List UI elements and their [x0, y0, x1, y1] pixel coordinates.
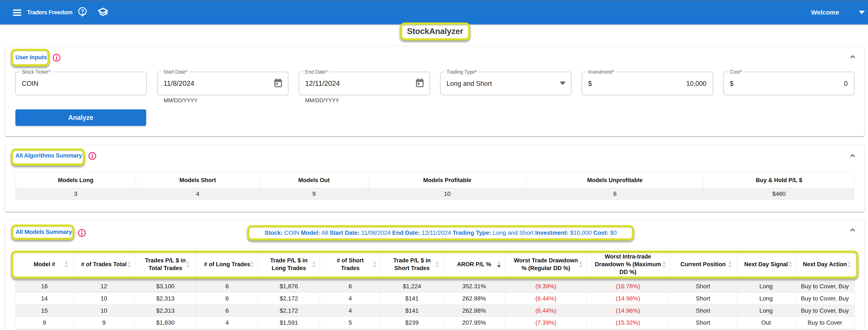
svg-text:?: ? — [81, 8, 84, 15]
